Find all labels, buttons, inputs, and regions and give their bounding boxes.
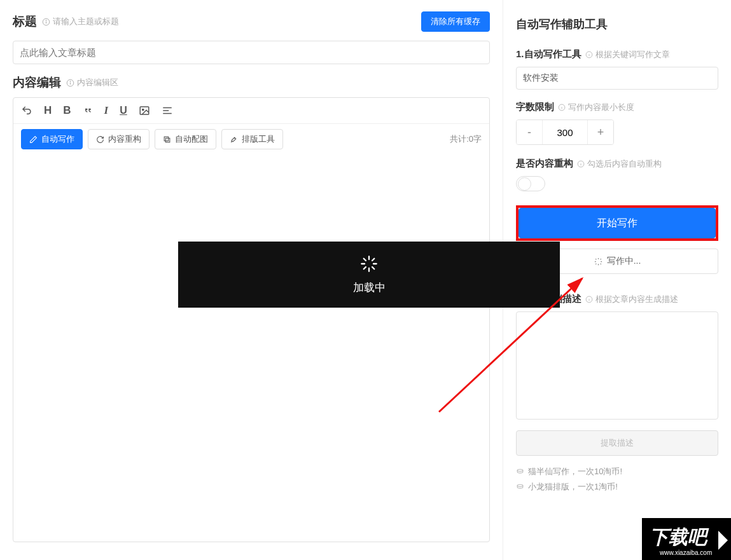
info-icon [558, 104, 566, 111]
rebuild-button[interactable]: 内容重构 [88, 129, 150, 149]
info-icon [66, 79, 74, 87]
copy-icon [163, 135, 171, 144]
extract-description-button[interactable]: 提取描述 [516, 430, 718, 456]
rebuild-toggle[interactable] [516, 176, 545, 191]
info-icon [585, 51, 593, 58]
title-label: 标题 [13, 13, 37, 30]
description-textarea[interactable] [516, 311, 718, 420]
svg-point-13 [517, 484, 523, 486]
info-icon [42, 18, 50, 26]
pencil-icon [29, 135, 38, 144]
stepper-plus-button[interactable]: + [588, 120, 613, 144]
loading-overlay: 加载中 [178, 242, 560, 308]
info-icon [577, 160, 585, 168]
editor-container: H B I U 自动写作 内容重构 自动配图 排版工具 共计:0字 [13, 97, 490, 542]
keyword-input[interactable] [516, 67, 718, 90]
start-writing-button[interactable]: 开始写作 [519, 208, 716, 238]
coin-icon [516, 468, 524, 476]
note-line-2: 小龙猫排版，一次1淘币! [516, 481, 718, 493]
note-line-1: 猫半仙写作，一次10淘币! [516, 466, 718, 477]
quote-icon[interactable] [83, 106, 93, 116]
svg-point-3 [70, 81, 71, 81]
wordlimit-input[interactable] [542, 120, 588, 144]
svg-point-1 [46, 20, 46, 20]
svg-rect-6 [165, 138, 170, 142]
svg-rect-7 [164, 137, 169, 141]
underline-icon[interactable]: U [120, 105, 127, 116]
align-icon[interactable] [162, 105, 173, 116]
loading-icon [594, 257, 603, 266]
editor-body[interactable] [13, 155, 489, 486]
svg-text:下载吧: 下载吧 [650, 526, 709, 547]
tools-icon [230, 135, 238, 144]
bold-icon[interactable]: B [63, 104, 71, 117]
stepper-minus-button[interactable]: - [517, 120, 542, 144]
wordlimit-stepper: - + [516, 120, 614, 145]
section1-title: 1.自动写作工具 [516, 48, 581, 60]
info-icon [585, 296, 593, 303]
section2-hint: 根据文章内容生成描述 [585, 294, 678, 305]
side-panel-title: 自动写作辅助工具 [516, 17, 718, 32]
wordlimit-hint: 写作内容最小长度 [558, 102, 634, 113]
rebuild-label: 是否内容重构 [516, 158, 573, 170]
loading-text: 加载中 [353, 280, 386, 295]
content-hint: 内容编辑区 [66, 77, 118, 88]
svg-text:www.xiazaiba.com: www.xiazaiba.com [659, 549, 712, 556]
article-title-input[interactable] [13, 41, 490, 64]
svg-point-12 [517, 469, 523, 471]
start-button-highlight: 开始写作 [516, 205, 718, 241]
title-hint: 请输入主题或标题 [42, 16, 119, 27]
clear-cache-button[interactable]: 清除所有缓存 [421, 11, 490, 32]
wordlimit-label: 字数限制 [516, 101, 554, 113]
watermark-logo: 下载吧 www.xiazaiba.com [642, 518, 731, 560]
auto-write-button[interactable]: 自动写作 [21, 129, 83, 149]
italic-icon[interactable]: I [104, 104, 109, 117]
rebuild-hint: 勾选后内容自动重构 [577, 158, 662, 170]
auto-image-button[interactable]: 自动配图 [155, 129, 216, 149]
image-icon[interactable] [139, 105, 150, 116]
svg-point-5 [142, 109, 143, 110]
refresh-icon [96, 135, 104, 144]
section1-hint: 根据关键词写作文章 [585, 49, 670, 60]
undo-icon[interactable] [21, 105, 32, 116]
heading-icon[interactable]: H [44, 104, 52, 117]
content-edit-label: 内容编辑 [13, 74, 61, 91]
spinner-icon [360, 255, 378, 273]
coin-icon [516, 483, 524, 491]
layout-tool-button[interactable]: 排版工具 [221, 129, 283, 149]
word-counter: 共计:0字 [450, 133, 482, 145]
